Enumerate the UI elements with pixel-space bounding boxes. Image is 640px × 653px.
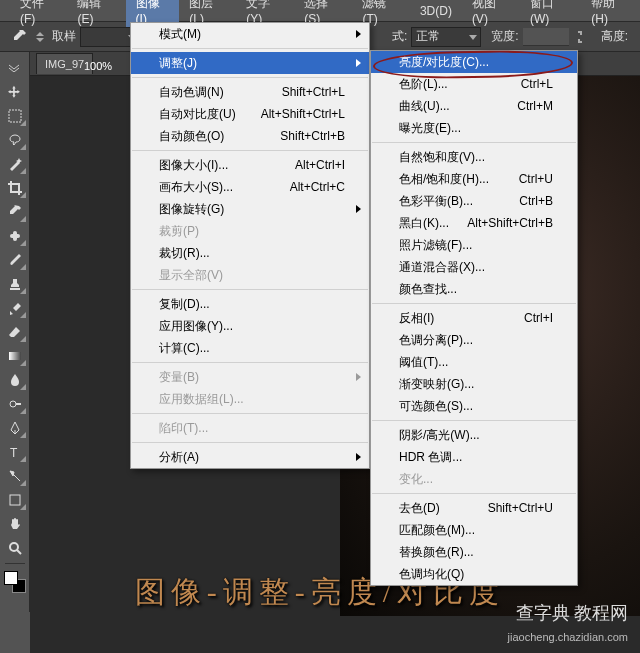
eyedropper-tool-icon[interactable] xyxy=(3,201,27,223)
menu-item-variations[interactable]: 变化... xyxy=(371,468,577,490)
image-menu: 模式(M) 调整(J) 自动色调(N)Shift+Ctrl+L 自动对比度(U)… xyxy=(130,22,370,469)
zoom-label: 100% xyxy=(84,60,112,72)
menu-item-exposure[interactable]: 曝光度(E)... xyxy=(371,117,577,139)
menu-item-vibrance[interactable]: 自然饱和度(V)... xyxy=(371,146,577,168)
tool-preset-arrows[interactable] xyxy=(36,31,44,43)
crop-tool-icon[interactable] xyxy=(3,177,27,199)
menu-item-crop[interactable]: 裁剪(P) xyxy=(131,220,369,242)
menu-item-threshold[interactable]: 阈值(T)... xyxy=(371,351,577,373)
svg-rect-5 xyxy=(9,352,21,360)
menu-item-color-balance[interactable]: 色彩平衡(B)...Ctrl+B xyxy=(371,190,577,212)
width-label: 宽度: xyxy=(491,28,518,45)
watermark-url: jiaocheng.chazidian.com xyxy=(508,631,628,643)
menu-item-gradient-map[interactable]: 渐变映射(G)... xyxy=(371,373,577,395)
svg-point-9 xyxy=(10,543,18,551)
stamp-tool-icon[interactable] xyxy=(3,273,27,295)
watermark-title: 查字典 教程网 xyxy=(516,601,629,625)
collapse-icon[interactable] xyxy=(3,57,27,79)
svg-rect-4 xyxy=(13,231,17,241)
eyedropper-icon[interactable] xyxy=(8,26,30,48)
menu-view[interactable]: 视图(V) xyxy=(462,0,520,29)
menu-item-replace-color[interactable]: 替换颜色(R)... xyxy=(371,541,577,563)
menu-item-color-lookup[interactable]: 颜色查找... xyxy=(371,278,577,300)
menu-item-levels[interactable]: 色阶(L)...Ctrl+L xyxy=(371,73,577,95)
menu-item-variables[interactable]: 变量(B) xyxy=(131,366,369,388)
menu-3d[interactable]: 3D(D) xyxy=(410,1,462,21)
brush-tool-icon[interactable] xyxy=(3,249,27,271)
wand-tool-icon[interactable] xyxy=(3,153,27,175)
svg-rect-8 xyxy=(10,495,20,505)
menu-bar: 文件(F) 编辑(E) 图像(I) 图层(L) 文字(Y) 选择(S) 滤镜(T… xyxy=(0,0,640,22)
menu-item-image-rotation[interactable]: 图像旋转(G) xyxy=(131,198,369,220)
adjustments-submenu: 亮度/对比度(C)... 色阶(L)...Ctrl+L 曲线(U)...Ctrl… xyxy=(370,50,578,586)
svg-point-6 xyxy=(10,401,16,407)
menu-item-reveal-all[interactable]: 显示全部(V) xyxy=(131,264,369,286)
move-tool-icon[interactable] xyxy=(3,81,27,103)
sample-label: 取样 xyxy=(52,28,76,45)
eraser-tool-icon[interactable] xyxy=(3,321,27,343)
path-tool-icon[interactable] xyxy=(3,465,27,487)
blur-tool-icon[interactable] xyxy=(3,369,27,391)
tools-panel: T xyxy=(0,52,30,612)
menu-item-invert[interactable]: 反相(I)Ctrl+I xyxy=(371,307,577,329)
menu-item-mode[interactable]: 模式(M) xyxy=(131,23,369,45)
hand-tool-icon[interactable] xyxy=(3,513,27,535)
menu-item-trap[interactable]: 陷印(T)... xyxy=(131,417,369,439)
height-label: 高度: xyxy=(601,28,628,45)
mode-label: 式: xyxy=(392,28,407,45)
menu-item-calculations[interactable]: 计算(C)... xyxy=(131,337,369,359)
link-icon[interactable] xyxy=(569,26,591,48)
heal-tool-icon[interactable] xyxy=(3,225,27,247)
lasso-tool-icon[interactable] xyxy=(3,129,27,151)
color-swatch[interactable] xyxy=(4,571,26,593)
menu-item-trim[interactable]: 裁切(R)... xyxy=(131,242,369,264)
menu-item-desaturate[interactable]: 去色(D)Shift+Ctrl+U xyxy=(371,497,577,519)
zoom-tool-icon[interactable] xyxy=(3,537,27,559)
menu-item-canvas-size[interactable]: 画布大小(S)...Alt+Ctrl+C xyxy=(131,176,369,198)
gradient-tool-icon[interactable] xyxy=(3,345,27,367)
menu-item-auto-tone[interactable]: 自动色调(N)Shift+Ctrl+L xyxy=(131,81,369,103)
history-brush-icon[interactable] xyxy=(3,297,27,319)
svg-rect-2 xyxy=(9,110,21,122)
menu-item-shadows-highlights[interactable]: 阴影/高光(W)... xyxy=(371,424,577,446)
menu-item-apply-image[interactable]: 应用图像(Y)... xyxy=(131,315,369,337)
menu-item-photo-filter[interactable]: 照片滤镜(F)... xyxy=(371,234,577,256)
type-tool-icon[interactable]: T xyxy=(3,441,27,463)
menu-item-auto-color[interactable]: 自动颜色(O)Shift+Ctrl+B xyxy=(131,125,369,147)
mode-dropdown[interactable]: 正常 xyxy=(411,27,481,47)
menu-item-apply-data[interactable]: 应用数据组(L)... xyxy=(131,388,369,410)
menu-edit[interactable]: 编辑(E) xyxy=(67,0,125,29)
dodge-tool-icon[interactable] xyxy=(3,393,27,415)
menu-item-auto-contrast[interactable]: 自动对比度(U)Alt+Shift+Ctrl+L xyxy=(131,103,369,125)
menu-item-duplicate[interactable]: 复制(D)... xyxy=(131,293,369,315)
menu-item-posterize[interactable]: 色调分离(P)... xyxy=(371,329,577,351)
menu-item-channel-mixer[interactable]: 通道混合器(X)... xyxy=(371,256,577,278)
menu-item-analysis[interactable]: 分析(A) xyxy=(131,446,369,468)
menu-item-black-white[interactable]: 黑白(K)...Alt+Shift+Ctrl+B xyxy=(371,212,577,234)
menu-item-curves[interactable]: 曲线(U)...Ctrl+M xyxy=(371,95,577,117)
menu-item-hue-saturation[interactable]: 色相/饱和度(H)...Ctrl+U xyxy=(371,168,577,190)
menu-item-selective-color[interactable]: 可选颜色(S)... xyxy=(371,395,577,417)
pen-tool-icon[interactable] xyxy=(3,417,27,439)
menu-item-image-size[interactable]: 图像大小(I)...Alt+Ctrl+I xyxy=(131,154,369,176)
menu-item-hdr-toning[interactable]: HDR 色调... xyxy=(371,446,577,468)
menu-item-brightness-contrast[interactable]: 亮度/对比度(C)... xyxy=(371,51,577,73)
menu-item-adjustments[interactable]: 调整(J) xyxy=(131,52,369,74)
marquee-tool-icon[interactable] xyxy=(3,105,27,127)
menu-item-match-color[interactable]: 匹配颜色(M)... xyxy=(371,519,577,541)
menu-item-equalize[interactable]: 色调均化(Q) xyxy=(371,563,577,585)
shape-tool-icon[interactable] xyxy=(3,489,27,511)
width-field[interactable] xyxy=(523,28,569,46)
separator xyxy=(5,563,25,564)
svg-text:T: T xyxy=(10,446,18,459)
